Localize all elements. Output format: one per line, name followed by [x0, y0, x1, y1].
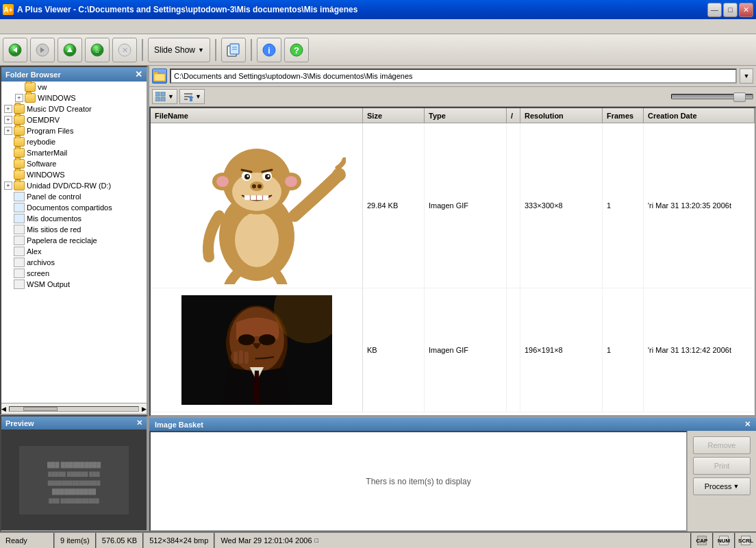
hscroll-right-arrow[interactable]: ▶: [142, 406, 147, 412]
tree-item[interactable]: SmarterMail: [1, 147, 147, 158]
copy-button[interactable]: [221, 38, 246, 62]
tree-item[interactable]: vw: [1, 82, 147, 92]
maximize-button[interactable]: □: [723, 3, 738, 17]
folder-browser-title: Folder Browser: [5, 71, 61, 79]
folder-tree-hscroll[interactable]: ◀ ▶: [1, 403, 147, 414]
item-icon: [14, 225, 25, 234]
stop-button[interactable]: ✕: [112, 38, 137, 62]
svg-text:i: i: [268, 46, 270, 55]
address-dropdown-button[interactable]: ▼: [740, 68, 753, 84]
tree-item[interactable]: +OEMDRV: [1, 114, 147, 125]
preview-panel: Preview ✕ ▓▓▓ ▓▓▓▓▓▓▓▓▓▓ ▓▓▓▓▓ ▓▓▓▓▓▓ ▓▓…: [0, 415, 148, 532]
svg-point-38: [235, 212, 279, 267]
tree-item[interactable]: Mis documentos: [1, 213, 147, 224]
tree-item-label: reybodie: [27, 138, 55, 146]
svg-rect-59: [263, 195, 268, 200]
view-thumbnails-button[interactable]: ▼: [152, 89, 177, 104]
slideshow-button[interactable]: Slide Show ▼: [148, 38, 210, 62]
tree-item[interactable]: Software: [1, 158, 147, 169]
process-button[interactable]: Process ▼: [693, 477, 751, 495]
tree-item-label: WINDOWS: [38, 94, 76, 102]
back-button[interactable]: [3, 38, 27, 62]
item-icon: [14, 203, 25, 212]
tree-item-label: Mis sitios de red: [27, 225, 81, 234]
sort-button[interactable]: ▼: [179, 89, 205, 104]
table-row[interactable]: 29.84 KB Imagen GIF 333×300×8 1 'ri Mar …: [151, 123, 755, 288]
remove-button[interactable]: Remove: [693, 436, 751, 454]
zoom-slider-thumb[interactable]: [733, 92, 746, 102]
file-size-2: KB: [363, 288, 425, 412]
tree-item[interactable]: Mis sitios de red: [1, 224, 147, 235]
tree-item[interactable]: reybodie: [1, 136, 147, 147]
folder-icon: [14, 159, 25, 169]
item-icon: [14, 279, 25, 289]
status-scrl: SCRL: [735, 533, 756, 548]
hscroll-track[interactable]: [9, 406, 139, 412]
col-header-filename[interactable]: FileName: [151, 108, 363, 123]
item-icon: [14, 214, 25, 223]
svg-point-44: [232, 173, 281, 211]
status-num: NUM: [714, 533, 735, 548]
tree-item[interactable]: +Program Files: [1, 125, 147, 136]
tree-item[interactable]: +Music DVD Creator: [1, 103, 147, 114]
address-input[interactable]: [170, 68, 737, 84]
preview-content: ▓▓▓ ▓▓▓▓▓▓▓▓▓▓ ▓▓▓▓▓ ▓▓▓▓▓▓ ▓▓▓ ▓▓▓▓▓▓▓▓…: [1, 429, 147, 530]
file-list-header: FileName Size Type / Resolution Frames: [151, 108, 755, 123]
file-list-body[interactable]: 29.84 KB Imagen GIF 333×300×8 1 'ri Mar …: [151, 123, 755, 415]
tree-item[interactable]: +Unidad DVD/CD-RW (D:): [1, 180, 147, 191]
col-header-resolution[interactable]: Resolution: [520, 108, 603, 123]
preview-title: Preview: [5, 419, 34, 427]
col-header-frames[interactable]: Frames: [603, 108, 644, 123]
svg-text:▓▓▓▓▓ ▓▓▓▓▓▓ ▓▓▓: ▓▓▓▓▓ ▓▓▓▓▓▓ ▓▓▓: [48, 471, 100, 477]
folder-browser-close-button[interactable]: ✕: [135, 69, 142, 79]
file-sep-2: [507, 288, 520, 412]
tree-item[interactable]: Papelera de reciclaje: [1, 235, 147, 246]
folder-tree[interactable]: vw+WINDOWS+Music DVD Creator+OEMDRV+Prog…: [1, 82, 147, 403]
folder-icon: [25, 82, 36, 92]
main-layout: Folder Browser ✕ vw+WINDOWS+Music DVD Cr…: [0, 66, 756, 532]
hscroll-left-arrow[interactable]: ◀: [1, 406, 6, 412]
tree-expand-button[interactable]: +: [4, 116, 12, 124]
basket-content: Thers is no item(s) to display Remove Pr…: [149, 431, 756, 532]
tree-item[interactable]: archivos: [1, 257, 147, 268]
tree-item[interactable]: Documentos compartidos: [1, 202, 147, 213]
print-button[interactable]: Print: [693, 457, 751, 475]
tree-item[interactable]: WINDOWS: [1, 169, 147, 180]
folder-icon: [14, 170, 25, 179]
address-bar: ▼: [149, 66, 756, 87]
zoom-slider-track[interactable]: [671, 94, 753, 99]
close-button[interactable]: ✕: [739, 3, 753, 17]
tree-item[interactable]: screen: [1, 268, 147, 279]
tree-item[interactable]: +WINDOWS: [1, 92, 147, 103]
col-header-size[interactable]: Size: [363, 108, 425, 123]
person-svg: [181, 295, 332, 405]
svg-rect-31: [161, 97, 165, 101]
help-button[interactable]: ?: [284, 38, 309, 62]
item-icon: [14, 258, 25, 267]
preview-close-button[interactable]: ✕: [136, 419, 142, 427]
tree-expand-button[interactable]: +: [4, 127, 12, 135]
home-button[interactable]: ⌂: [85, 38, 110, 62]
file-type-2: Imagen GIF: [425, 288, 507, 412]
col-header-type[interactable]: Type: [425, 108, 507, 123]
info-button[interactable]: i: [257, 38, 281, 62]
tree-item[interactable]: WSM Output: [1, 279, 147, 290]
forward-button[interactable]: [30, 38, 55, 62]
tree-item[interactable]: Panel de control: [1, 191, 147, 202]
tree-item-label: Software: [27, 160, 56, 168]
svg-point-66: [238, 334, 255, 345]
tree-expand-button[interactable]: +: [4, 105, 12, 113]
up-button[interactable]: [58, 38, 82, 62]
table-row[interactable]: KB Imagen GIF 196×191×8 1 'ri Mar 31 13:…: [151, 288, 755, 412]
basket-close-button[interactable]: ✕: [744, 420, 751, 429]
tree-item[interactable]: Alex: [1, 246, 147, 257]
minimize-button[interactable]: —: [707, 3, 722, 17]
tree-item-label: Papelera de reciclaje: [27, 236, 97, 245]
svg-point-54: [252, 184, 256, 188]
status-cap: CAP: [692, 533, 714, 548]
col-header-creation-date[interactable]: Creation Date: [644, 108, 755, 123]
tree-expand-button[interactable]: +: [4, 182, 12, 190]
svg-rect-70: [239, 350, 243, 364]
tree-expand-button[interactable]: +: [15, 94, 23, 102]
col-header-sep[interactable]: /: [507, 108, 520, 123]
